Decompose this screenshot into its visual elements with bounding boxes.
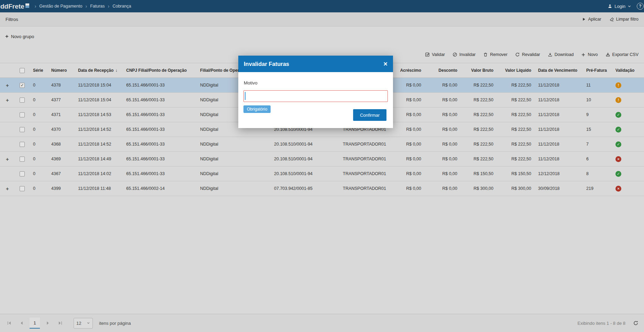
- close-icon[interactable]: ×: [383, 60, 388, 67]
- required-tooltip: Obrigatório: [243, 105, 271, 113]
- confirm-button[interactable]: Confirmar: [353, 109, 386, 121]
- modal-body: Motivo Obrigatório Confirmar: [238, 72, 393, 128]
- motivo-label: Motivo: [244, 80, 258, 85]
- motivo-input[interactable]: [243, 90, 388, 102]
- modal-backdrop: [0, 0, 644, 332]
- modal-header: Invalidar Faturas ×: [238, 56, 393, 72]
- modal-title: Invalidar Faturas: [244, 61, 289, 67]
- invalidate-invoices-modal: Invalidar Faturas × Motivo Obrigatório C…: [238, 56, 393, 128]
- text-cursor: [245, 92, 245, 100]
